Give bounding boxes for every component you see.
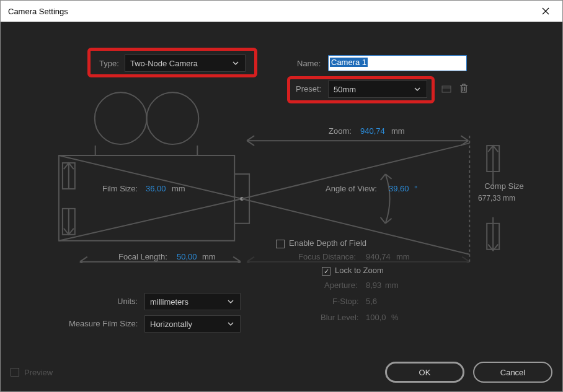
fstop-value: 5,6 [366,297,377,306]
svg-point-1 [95,92,147,144]
focal-length-unit: mm [202,252,216,261]
dialog-body: Type: Two-Node Camera Name: Camera 1 Pre… [1,22,562,391]
angle-label: Angle of View: [326,184,377,193]
camera-settings-window: Camera Settings Type: Two-Node Camera Na… [0,0,563,392]
chevron-down-icon [226,297,235,306]
titlebar: Camera Settings [1,1,562,22]
blur-unit: % [391,313,399,322]
measure-value: Horizontally [150,320,192,329]
chevron-down-icon [231,59,240,68]
measure-dropdown[interactable]: Horizontally [144,315,241,333]
chevron-down-icon [226,320,235,328]
svg-point-2 [147,92,199,144]
focal-length-value[interactable]: 50,00 [177,252,197,261]
footer: Preview OK Cancel [11,362,552,383]
cancel-button[interactable]: Cancel [473,362,552,383]
window-title: Camera Settings [8,7,68,16]
comp-size-value: 677,33 mm [478,194,515,203]
film-size-unit: mm [172,184,185,193]
aperture-unit: mm [385,281,399,290]
units-value: millimeters [150,297,188,307]
preview-checkbox[interactable] [11,368,19,377]
angle-value[interactable]: 39,60 [389,184,409,193]
zoom-label: Zoom: [329,126,352,136]
preview-label: Preview [24,368,53,377]
aperture-value: 8,93 [366,281,381,290]
type-value: Two-Node Camera [130,59,198,68]
measure-label: Measure Film Size: [69,319,138,328]
zoom-unit: mm [391,126,405,136]
lock-to-zoom-label: Lock to Zoom [335,266,384,275]
ok-button[interactable]: OK [385,362,464,383]
film-size-label: Film Size: [102,184,138,193]
name-value: Camera 1 [330,58,368,67]
close-button[interactable] [531,1,560,21]
enable-depth-label: Enable Depth of Field [289,238,366,248]
zoom-value[interactable]: 940,74 [360,126,385,136]
comp-size-label: Comp Size [481,181,528,191]
close-icon [542,7,549,15]
focus-distance-value: 940,74 [366,252,391,261]
type-label: Type: [99,59,119,68]
units-dropdown[interactable]: millimeters [144,293,241,310]
units-label: Units: [117,297,138,306]
name-input[interactable]: Camera 1 [328,55,467,71]
focus-distance-unit: mm [396,252,410,261]
aperture-label: Aperture: [324,281,357,290]
type-dropdown[interactable]: Two-Node Camera [125,54,246,72]
name-label: Name: [297,59,321,68]
camera-diagram [24,90,539,263]
fstop-label: F-Stop: [332,297,359,306]
blur-label: Blur Level: [321,313,358,322]
film-size-value[interactable]: 36,00 [146,184,166,193]
blur-value: 100,0 [366,313,386,322]
angle-unit: ° [414,184,417,193]
focal-length-label: Focal Length: [118,252,167,261]
lock-to-zoom-checkbox[interactable] [322,267,330,276]
enable-depth-checkbox[interactable] [276,240,285,248]
focus-distance-label: Focus Distance: [298,252,356,261]
